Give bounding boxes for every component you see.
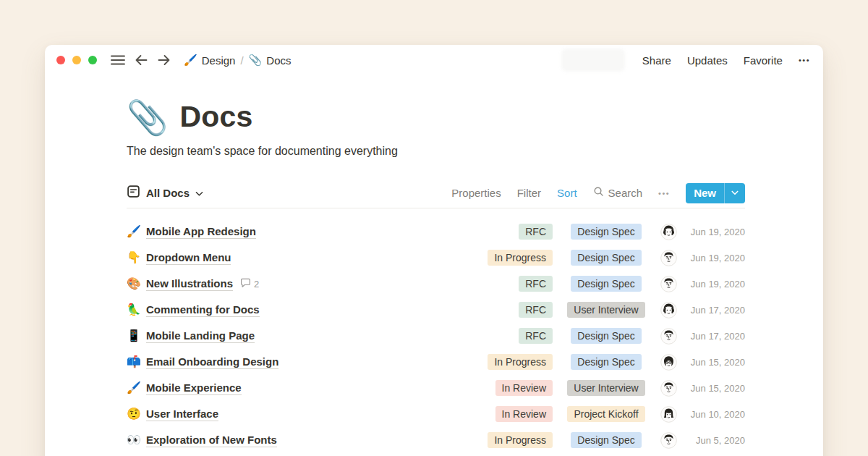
search-label: Search [608,187,643,199]
doc-title-link[interactable]: New Illustrations [146,277,233,291]
table-row[interactable]: 📫 Email Onboarding Design In Progress De… [127,349,745,375]
view-toolbar: All Docs Properties Filter Sort Search •… [127,178,745,208]
sort-button[interactable]: Sort [557,187,577,199]
chevron-down-icon [195,187,203,200]
doc-title-link[interactable]: Exploration of New Fonts [146,434,277,447]
doc-title-link[interactable]: Commenting for Docs [146,303,260,317]
page-subtitle: The design team's space for documenting … [127,145,745,158]
new-button[interactable]: New [686,183,745,203]
status-tag[interactable]: In Progress [488,354,553,370]
traffic-lights [56,56,97,64]
status-tag[interactable]: In Progress [488,432,553,448]
status-tag[interactable]: RFC [519,302,553,318]
breadcrumb-label: Design [202,54,236,67]
comment-bubble-icon [240,277,251,290]
doc-title-link[interactable]: Mobile Experience [146,381,242,395]
author-avatar [652,276,684,292]
doc-type-tag[interactable]: Design Spec [571,354,641,370]
doc-title-link[interactable]: Email Onboarding Design [146,355,278,369]
doc-title-link[interactable]: Dropdown Menu [146,251,231,265]
author-avatar [652,406,684,423]
comment-count-badge[interactable]: 2 [240,277,259,290]
status-tag[interactable]: RFC [519,328,553,344]
share-button[interactable]: Share [642,54,671,67]
status-tag[interactable]: In Progress [488,250,553,266]
breadcrumb-separator: / [240,54,243,67]
breadcrumb-label: Docs [266,54,291,67]
doc-type-tag[interactable]: User Interview [567,302,644,318]
status-tag[interactable]: In Review [495,380,553,396]
search-icon [593,186,604,200]
table-row[interactable]: 🖌️ Mobile App Redesign RFC Design Spec J… [127,219,745,245]
view-switcher[interactable]: All Docs [127,185,203,201]
doc-type-tag[interactable]: Design Spec [571,250,641,266]
pointing-down-emoji-icon: 👇 [127,252,146,263]
hamburger-menu-icon[interactable] [109,51,127,69]
docs-table: 🖌️ Mobile App Redesign RFC Design Spec J… [127,219,745,453]
window-titlebar: 🖌️ Design / 📎 Docs Share Updates Favorit… [45,45,823,75]
author-avatar [652,354,684,371]
new-button-chevron-down-icon[interactable] [725,190,745,195]
mobile-phone-emoji-icon: 📱 [127,330,146,342]
table-row[interactable]: 📱 Mobile Landing Page RFC Design Spec Ju… [127,323,745,349]
author-avatar [652,250,684,266]
page-paperclip-emoji-icon[interactable]: 📎 [127,101,168,134]
status-tag[interactable]: RFC [519,224,553,240]
updates-button[interactable]: Updates [687,54,728,67]
app-window: 🖌️ Design / 📎 Docs Share Updates Favorit… [45,45,823,456]
favorite-button[interactable]: Favorite [744,54,783,67]
new-button-label: New [686,187,724,199]
doc-date: Jun 17, 2020 [684,305,745,316]
paperclip-emoji-icon: 📎 [249,54,263,67]
page-header: 📎 Docs [127,100,745,134]
breadcrumb-item-design[interactable]: 🖌️ Design [184,54,235,67]
minimize-window-button[interactable] [72,56,81,64]
paintbrush-emoji-icon: 🖌️ [127,226,146,237]
paintbrush-emoji-icon: 🖌️ [184,54,197,67]
status-tag[interactable]: In Review [495,406,553,422]
doc-type-tag[interactable]: Design Spec [571,432,641,448]
doc-date: Jun 17, 2020 [684,331,745,342]
table-row[interactable]: 👇 Dropdown Menu In Progress Design Spec … [127,245,745,271]
zoom-window-button[interactable] [88,56,97,64]
table-row[interactable]: 🤨 User Interface In Review Project Kicko… [127,401,745,427]
raised-eyebrow-emoji-icon: 🤨 [127,408,146,420]
doc-title-link[interactable]: Mobile App Redesign [146,225,256,239]
paintbrush-emoji-icon: 🖌️ [127,382,146,394]
breadcrumb-item-docs[interactable]: 📎 Docs [249,54,292,67]
table-row[interactable]: 👀 Exploration of New Fonts In Progress D… [127,427,745,453]
doc-title-link[interactable]: Mobile Landing Page [146,329,255,343]
comment-count: 2 [254,279,259,290]
table-row[interactable]: 🎨 New Illustrations 2 RFC Design Spec Ju… [127,271,745,297]
author-avatar [652,432,684,449]
doc-type-tag[interactable]: Design Spec [571,224,641,240]
doc-date: Jun 15, 2020 [684,357,745,368]
properties-button[interactable]: Properties [451,187,501,199]
close-window-button[interactable] [56,56,65,64]
back-arrow-icon[interactable] [132,51,150,69]
table-row[interactable]: 🦜 Commenting for Docs RFC User Interview… [127,297,745,323]
more-options-icon[interactable]: ••• [799,56,810,64]
filter-button[interactable]: Filter [517,187,541,199]
page-title: Docs [179,100,252,134]
doc-date: Jun 19, 2020 [684,227,745,237]
table-row[interactable]: 🖌️ Mobile Experience In Review User Inte… [127,375,745,401]
doc-type-tag[interactable]: Design Spec [571,328,641,344]
doc-date: Jun 19, 2020 [684,253,745,263]
doc-date: Jun 15, 2020 [684,383,745,394]
author-avatar [652,328,684,345]
status-tag[interactable]: RFC [519,276,553,292]
view-more-options-icon[interactable]: ••• [658,189,670,198]
doc-list-icon [127,185,140,201]
author-avatar [652,224,684,240]
doc-type-tag[interactable]: User Interview [567,380,644,396]
doc-type-tag[interactable]: Project Kickoff [567,406,644,422]
search-button[interactable]: Search [593,186,643,200]
doc-title-link[interactable]: User Interface [146,408,218,421]
doc-type-tag[interactable]: Design Spec [571,276,641,292]
breadcrumb: 🖌️ Design / 📎 Docs [184,54,292,67]
forward-arrow-icon[interactable] [155,51,174,69]
blurred-presence-avatars [561,48,625,72]
parrot-emoji-icon: 🦜 [127,304,146,316]
palette-emoji-icon: 🎨 [127,278,146,290]
